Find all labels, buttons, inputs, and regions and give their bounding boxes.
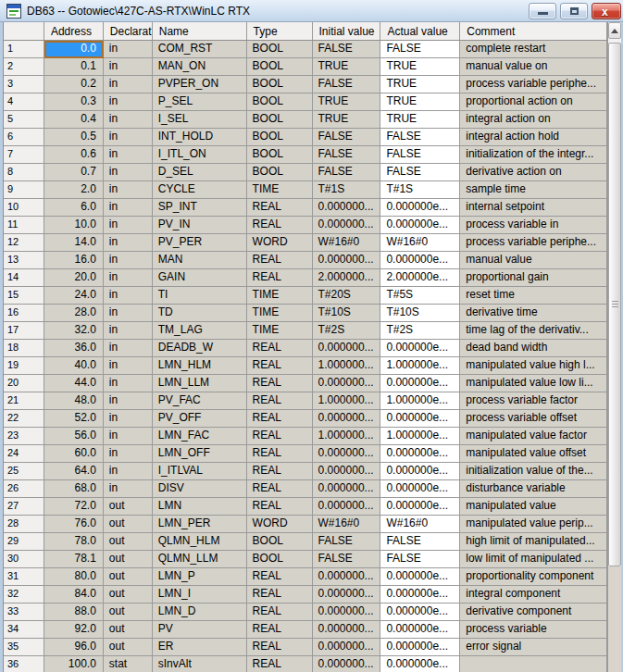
cell-address[interactable]: 72.0	[44, 498, 104, 516]
minimize-button[interactable]	[529, 3, 556, 19]
cell-num[interactable]: 3	[4, 76, 44, 93]
cell-comment[interactable]: derivative action on	[460, 164, 607, 181]
cell-type[interactable]: BOOL	[247, 551, 313, 568]
cell-decl[interactable]: in	[104, 58, 153, 76]
cell-num[interactable]: 19	[4, 357, 44, 375]
cell-type[interactable]: REAL	[247, 621, 313, 639]
cell-actual[interactable]: T#1S	[380, 181, 460, 199]
cell-initial[interactable]: 0.000000...	[313, 340, 381, 357]
cell-actual[interactable]: TRUE	[380, 76, 460, 93]
cell-initial[interactable]: TRUE	[313, 93, 381, 111]
cell-name[interactable]: I_ITL_ON	[153, 146, 247, 164]
cell-initial[interactable]: FALSE	[313, 533, 381, 551]
cell-type[interactable]: REAL	[247, 586, 313, 604]
cell-decl[interactable]: in	[104, 322, 153, 340]
cell-num[interactable]: 30	[4, 551, 44, 568]
cell-address[interactable]: 20.0	[44, 269, 104, 287]
cell-address[interactable]: 60.0	[44, 445, 104, 463]
cell-address[interactable]: 44.0	[44, 375, 104, 392]
cell-name[interactable]: LMN_P	[153, 568, 247, 586]
cell-address[interactable]: 76.0	[44, 516, 104, 533]
cell-actual[interactable]: 0.000000e...	[380, 340, 460, 357]
cell-decl[interactable]: in	[104, 269, 153, 287]
cell-name[interactable]: LMN_HLM	[153, 357, 247, 375]
cell-decl[interactable]: in	[104, 111, 153, 129]
cell-initial[interactable]: 0.000000...	[313, 252, 381, 269]
cell-actual[interactable]: 0.000000e...	[380, 656, 460, 672]
cell-num[interactable]: 1	[4, 41, 44, 58]
cell-num[interactable]: 29	[4, 533, 44, 551]
cell-decl[interactable]: in	[104, 305, 153, 322]
cell-comment[interactable]: initialization of the integr...	[460, 146, 607, 164]
close-button[interactable]: x	[592, 3, 621, 19]
cell-address[interactable]: 0.1	[44, 58, 104, 76]
cell-num[interactable]: 7	[4, 146, 44, 164]
cell-comment[interactable]: complete restart	[460, 41, 607, 58]
cell-address[interactable]: 64.0	[44, 463, 104, 480]
cell-name[interactable]: LMN_FAC	[153, 428, 247, 445]
cell-actual[interactable]: 2.000000e...	[380, 269, 460, 287]
cell-decl[interactable]: in	[104, 129, 153, 146]
cell-comment[interactable]: manipulated value factor	[460, 428, 607, 445]
cell-actual[interactable]: 0.000000e...	[380, 199, 460, 217]
cell-num[interactable]: 24	[4, 445, 44, 463]
cell-name[interactable]: P_SEL	[153, 93, 247, 111]
cell-type[interactable]: TIME	[247, 287, 313, 305]
cell-decl[interactable]: in	[104, 252, 153, 269]
cell-initial[interactable]: 0.000000...	[313, 410, 381, 428]
cell-comment[interactable]: integral action hold	[460, 129, 607, 146]
cell-name[interactable]: DISV	[153, 480, 247, 498]
cell-actual[interactable]: FALSE	[380, 129, 460, 146]
cell-type[interactable]: REAL	[247, 428, 313, 445]
cell-num[interactable]: 27	[4, 498, 44, 516]
cell-comment[interactable]: process variable periphe...	[460, 76, 607, 93]
cell-type[interactable]: REAL	[247, 199, 313, 217]
cell-decl[interactable]: out	[104, 604, 153, 621]
cell-actual[interactable]: 0.000000e...	[380, 498, 460, 516]
cell-address[interactable]: 0.2	[44, 76, 104, 93]
cell-decl[interactable]: in	[104, 410, 153, 428]
cell-type[interactable]: REAL	[247, 392, 313, 410]
cell-actual[interactable]: W#16#0	[380, 516, 460, 533]
cell-comment[interactable]: proportional action on	[460, 93, 607, 111]
cell-comment[interactable]: process variable in	[460, 217, 607, 234]
cell-actual[interactable]: 0.000000e...	[380, 480, 460, 498]
cell-actual[interactable]: 0.000000e...	[380, 586, 460, 604]
cell-address[interactable]: 48.0	[44, 392, 104, 410]
column-header-name[interactable]: Name	[153, 22, 247, 40]
vertical-scrollbar[interactable]	[607, 22, 621, 672]
cell-address[interactable]: 16.0	[44, 252, 104, 269]
cell-initial[interactable]: FALSE	[313, 146, 381, 164]
cell-initial[interactable]: T#20S	[313, 287, 381, 305]
cell-initial[interactable]: 0.000000...	[313, 568, 381, 586]
cell-decl[interactable]: in	[104, 76, 153, 93]
cell-decl[interactable]: in	[104, 199, 153, 217]
cell-address[interactable]: 0.0	[44, 41, 104, 58]
cell-name[interactable]: COM_RST	[153, 41, 247, 58]
cell-decl[interactable]: in	[104, 340, 153, 357]
cell-name[interactable]: TD	[153, 305, 247, 322]
cell-address[interactable]: 0.4	[44, 111, 104, 129]
cell-actual[interactable]: 0.000000e...	[380, 604, 460, 621]
cell-comment[interactable]: integral action on	[460, 111, 607, 129]
cell-num[interactable]: 20	[4, 375, 44, 392]
cell-num[interactable]: 8	[4, 164, 44, 181]
cell-address[interactable]: 14.0	[44, 234, 104, 252]
cell-comment[interactable]: process variable offset	[460, 410, 607, 428]
cell-actual[interactable]: 0.000000e...	[380, 217, 460, 234]
cell-address[interactable]: 28.0	[44, 305, 104, 322]
cell-decl[interactable]: in	[104, 357, 153, 375]
cell-address[interactable]: 100.0	[44, 656, 104, 672]
cell-actual[interactable]: T#10S	[380, 305, 460, 322]
cell-address[interactable]: 78.0	[44, 533, 104, 551]
cell-num[interactable]: 23	[4, 428, 44, 445]
cell-initial[interactable]: 0.000000...	[313, 217, 381, 234]
cell-name[interactable]: PVPER_ON	[153, 76, 247, 93]
cell-name[interactable]: LMN_D	[153, 604, 247, 621]
cell-type[interactable]: BOOL	[247, 41, 313, 58]
cell-actual[interactable]: 0.000000e...	[380, 463, 460, 480]
cell-initial[interactable]: 0.000000...	[313, 621, 381, 639]
cell-address[interactable]: 6.0	[44, 199, 104, 217]
cell-initial[interactable]: 0.000000...	[313, 463, 381, 480]
cell-initial[interactable]: 0.000000...	[313, 586, 381, 604]
